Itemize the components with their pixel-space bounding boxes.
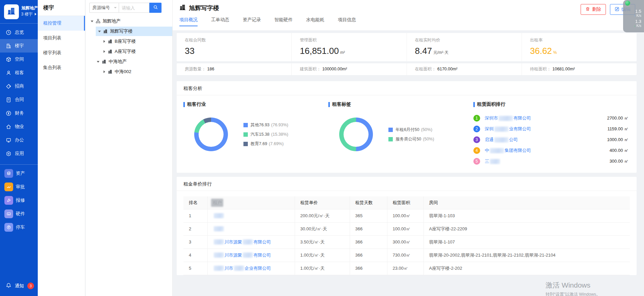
ranking-row: 5 三 300.00 ㎡ xyxy=(473,158,628,165)
network-speed-widget[interactable]: 1.5 ↑ K/s 1.3 ↓ K/s xyxy=(623,0,644,32)
tree-node-tower-a[interactable]: A座写字楼 xyxy=(86,46,172,57)
tab-workorders[interactable]: 工单动态 xyxy=(211,17,229,26)
caret-down-icon[interactable] xyxy=(96,61,100,63)
sidebar-item-assets[interactable]: 资产 xyxy=(0,167,38,180)
sidebar-item-parking[interactable]: 停车 xyxy=(0,221,38,234)
floating-ball-icon xyxy=(625,1,630,6)
tree-node-tower-b[interactable]: B座写字楼 xyxy=(86,36,172,46)
tab-project-info[interactable]: 项目信息 xyxy=(338,17,356,26)
col-tenant: 租户 xyxy=(207,196,295,209)
company-link[interactable]: 深圳业有限公司 xyxy=(485,126,531,132)
tenant-tags-donut-chart xyxy=(339,118,373,151)
search-icon xyxy=(153,5,158,11)
table-header-row: 排名 租户 租赁单价 租赁天数 租赁面积 房间 xyxy=(183,196,630,209)
tree-node-zhonghai-group[interactable]: 中海地产 xyxy=(86,57,172,67)
trash-icon xyxy=(585,7,590,12)
menu-item-building-list[interactable]: 楼宇列表 xyxy=(38,45,85,60)
primary-sidebar: 旭辉地产 3 楼宇 总览 楼宇 空间 租客 招商 合同 xyxy=(0,0,38,296)
area-ranking-section: 租赁面积排行 1 深圳市有限公司 2700.00 ㎡ 2 深圳业有限公司 115… xyxy=(473,101,630,165)
table-row: 1 200.00元/㎡·天 365 100.00㎡ 翡翠湖-1-103 xyxy=(183,209,630,222)
tenant-link[interactable]: 川市源聚有限公司 xyxy=(213,239,271,244)
table-row: 5 川市企业有限公司 1.00元/㎡·天 366 23.00㎡ A座写字楼-2-… xyxy=(183,262,630,275)
section-accent-bar xyxy=(473,102,475,107)
legend-item: 汽车15.38(15.38%) xyxy=(243,132,288,137)
sidebar-item-approvals[interactable]: 审批 xyxy=(0,180,38,194)
sidebar-item-buildings[interactable]: 楼宇 xyxy=(0,39,38,53)
tree-node-zhonghai-002[interactable]: 中海002 xyxy=(86,67,172,77)
section-accent-bar xyxy=(328,102,330,107)
asset-coins-icon xyxy=(4,169,13,178)
area-value: 1159.00 ㎡ xyxy=(607,126,628,132)
company-link[interactable]: 启通公司 xyxy=(485,137,518,143)
sidebar-item-tenants[interactable]: 租客 xyxy=(0,66,38,79)
building-icon xyxy=(6,43,11,49)
caret-right-icon[interactable] xyxy=(102,70,107,73)
search-button[interactable] xyxy=(149,3,162,13)
building-title-icon xyxy=(179,4,186,12)
substats-card: 房源数量：186 建筑面积：100000.00m² 在租面积：6170.00m²… xyxy=(177,63,637,75)
detail-tabs: 项目概况 工单动态 资产记录 智能硬件 水电能耗 项目信息 xyxy=(179,17,644,26)
org-icon xyxy=(96,19,100,24)
sidebar-item-space[interactable]: 空间 xyxy=(0,53,38,66)
table-row: 2 30.00元/㎡·天 366 100.00㎡ A座写字楼-22-2209 xyxy=(183,222,630,235)
tenant-person-icon xyxy=(6,70,11,76)
caret-right-icon[interactable] xyxy=(102,50,107,53)
tenant-link[interactable] xyxy=(213,213,225,218)
tree-node-xuhui-group[interactable]: 旭辉地产 xyxy=(86,16,172,26)
stat-avg-rent: 在租实时均价 8.47元/m²·天 xyxy=(407,33,522,61)
tenant-link[interactable]: 川市源聚有限公司 xyxy=(213,253,271,258)
tab-project-overview[interactable]: 项目概况 xyxy=(179,17,198,26)
tree-node-xuhui-office-tower[interactable]: 旭辉写字楼 xyxy=(86,26,172,36)
sidebar-item-leasing[interactable]: 招商 xyxy=(0,79,38,93)
card-title: 租金单价排行 xyxy=(177,177,637,191)
legend-item: 年租6月付50(50%) xyxy=(388,127,434,133)
col-unit-price: 租赁单价 xyxy=(295,196,350,209)
col-lease-days: 租赁天数 xyxy=(350,196,387,209)
search-input[interactable] xyxy=(119,3,149,13)
contract-file-icon xyxy=(6,97,11,103)
ranking-row: 2 深圳业有限公司 1159.00 ㎡ xyxy=(473,126,628,132)
building-solid-icon xyxy=(103,29,108,34)
building-logo-icon xyxy=(7,7,16,17)
tab-utilities[interactable]: 水电能耗 xyxy=(306,17,324,26)
company-link[interactable]: 三 xyxy=(485,158,501,164)
sidebar-item-property[interactable]: 物业 xyxy=(0,120,38,133)
search-type-select[interactable]: 房源编号 xyxy=(89,3,119,13)
sidebar-item-overview[interactable]: 总览 xyxy=(0,26,38,39)
upload-speed: 1.5 xyxy=(626,9,641,14)
ranking-row: 4 中集团有限公司 400.00 ㎡ xyxy=(473,147,628,154)
overview-clock-icon xyxy=(6,30,11,35)
table-row: 3 川市源聚有限公司 3.50元/㎡·天 366 300.00㎡ 翡翠湖-1-1… xyxy=(183,235,630,249)
sidebar-item-apps[interactable]: 应用 xyxy=(0,147,38,160)
sidebar-item-contracts[interactable]: 合同 xyxy=(0,93,38,106)
sidebar-item-repairs[interactable]: 报修 xyxy=(0,194,38,207)
workspace-switcher[interactable]: 旭辉地产 3 楼宇 xyxy=(0,0,38,19)
rent-price-table: 排名 租户 租赁单价 租赁天数 租赁面积 房间 1 200.00元/㎡·天 36… xyxy=(183,196,630,275)
tab-smart-hardware[interactable]: 智能硬件 xyxy=(274,17,293,26)
menu-item-collection-list[interactable]: 集合列表 xyxy=(38,60,85,75)
menu-item-rent-control[interactable]: 租控管理 xyxy=(38,16,85,31)
stat-active-contracts: 在租合同数 33 xyxy=(177,33,292,61)
company-link[interactable]: 深圳市有限公司 xyxy=(485,115,531,121)
table-row: 4 川市源聚有限公司 1.00元/㎡·天 366 730.00㎡ 翡翠湖-20-… xyxy=(183,249,630,262)
tenant-link[interactable]: 川市企业有限公司 xyxy=(213,266,271,271)
menu-item-project-list[interactable]: 项目列表 xyxy=(38,31,85,45)
sidebar-item-hardware[interactable]: 硬件 xyxy=(0,207,38,221)
space-cube-icon xyxy=(6,57,11,62)
caret-down-icon[interactable] xyxy=(90,21,94,22)
caret-down-icon[interactable] xyxy=(97,31,102,32)
area-value: 1000.00 ㎡ xyxy=(607,137,628,143)
tenant-link[interactable] xyxy=(213,226,225,231)
sidebar-item-finance[interactable]: 财务 xyxy=(0,106,38,120)
company-link[interactable]: 中集团有限公司 xyxy=(485,147,531,154)
sidebar-item-notifications[interactable]: 通知 3 xyxy=(0,279,38,293)
up-arrow-icon: ↑ xyxy=(634,14,636,18)
caret-right-icon[interactable] xyxy=(102,40,107,43)
notification-badge: 3 xyxy=(27,283,34,289)
sidebar-item-office[interactable]: 办公 xyxy=(0,133,38,147)
sidebar-nav: 总览 楼宇 空间 租客 招商 合同 财务 物业 xyxy=(0,26,38,160)
tenant-industry-section: 租客行业 其他76.93(76.93%) 汽车15.38(15.38%) 教育7… xyxy=(183,101,328,165)
substat-gross-area: 建筑面积：100000.00m² xyxy=(292,63,407,75)
delete-button[interactable]: 删除 xyxy=(581,4,606,15)
tab-asset-records[interactable]: 资产记录 xyxy=(243,17,261,26)
